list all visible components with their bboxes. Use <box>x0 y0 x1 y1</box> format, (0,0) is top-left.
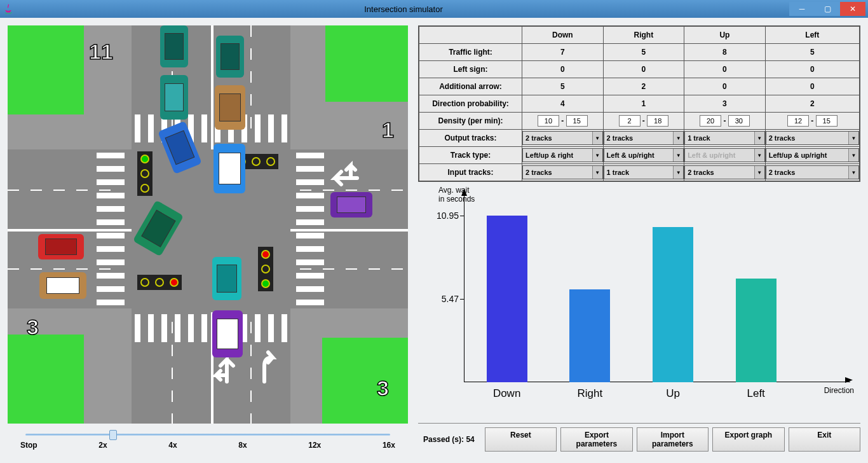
combo-box[interactable]: 1 track▼ <box>604 165 684 179</box>
column-header: Left <box>765 26 860 44</box>
export-graph-button[interactable]: Export graph <box>712 427 784 452</box>
corner-count-tl: 11 <box>89 39 113 64</box>
car <box>160 25 188 67</box>
row-label: Traffic light: <box>419 44 522 61</box>
speed-slider[interactable]: Stop2x4x8x12x16x <box>8 424 408 455</box>
traffic-light <box>258 247 273 291</box>
param-value: 2 <box>603 78 684 95</box>
combo-box[interactable]: Left/up & up/right▼ <box>766 148 859 162</box>
reset-button[interactable]: Reset <box>485 427 557 452</box>
minimize-button[interactable]: ─ <box>789 2 815 16</box>
y-tick-label: 5.47 <box>442 294 464 304</box>
chevron-down-icon: ▼ <box>673 149 683 162</box>
row-label: Direction probability: <box>419 95 522 113</box>
close-button[interactable]: ✕ <box>840 2 865 16</box>
param-value: 1 <box>603 95 684 113</box>
corner-count-tr: 1 <box>382 118 394 142</box>
row-label: Density (per min): <box>419 113 522 130</box>
export-parameters-button[interactable]: Export parameters <box>560 427 632 452</box>
chart-bar: Left <box>736 279 776 382</box>
car <box>215 85 245 130</box>
exit-button[interactable]: Exit <box>789 427 860 452</box>
combo-box[interactable]: 2 tracks▼ <box>604 131 684 145</box>
y-tick-label: 10.95 <box>437 211 464 221</box>
combo-box[interactable]: 2 tracks▼ <box>522 131 603 145</box>
density-min-input[interactable] <box>787 115 809 127</box>
bottom-bar: Passed (s): 54 ResetExport parametersImp… <box>418 423 860 455</box>
density-max-input[interactable] <box>728 115 750 127</box>
param-value: 0 <box>603 61 684 78</box>
chevron-down-icon: ▼ <box>848 149 858 162</box>
slider-tick-label: 12x <box>308 441 321 450</box>
density-max-input[interactable] <box>816 115 837 127</box>
density-min-input[interactable] <box>619 115 641 127</box>
car <box>38 234 84 259</box>
parameter-table: DownRightUpLeft Traffic light:7585Left s… <box>418 25 860 182</box>
bar-label: Up <box>653 387 693 400</box>
row-label: Input tracks: <box>419 164 522 182</box>
bar-label: Down <box>487 387 527 400</box>
passed-time: Passed (s): 54 <box>418 435 480 444</box>
param-value: 5 <box>603 44 684 61</box>
param-value: 5 <box>522 78 604 95</box>
car <box>214 144 245 193</box>
density-max-input[interactable] <box>566 115 588 127</box>
chart-bar: Up <box>653 227 693 382</box>
maximize-button[interactable]: ▢ <box>815 2 840 16</box>
slider-tick-label: 16x <box>383 441 395 450</box>
chevron-down-icon: ▼ <box>592 149 602 162</box>
lane-arrow-icon <box>257 350 282 390</box>
import-parameters-button[interactable]: Import parameters <box>637 427 709 452</box>
param-value: 0 <box>765 61 860 78</box>
param-value: 7 <box>522 44 604 61</box>
param-value: 5 <box>765 44 860 61</box>
combo-box[interactable]: Left/up & right▼ <box>522 148 603 162</box>
chevron-down-icon: ▼ <box>673 132 683 144</box>
chart-x-label: Direction <box>824 386 854 395</box>
bar-label: Left <box>736 387 776 400</box>
row-label: Left sign: <box>419 61 522 78</box>
chevron-down-icon: ▼ <box>754 132 764 144</box>
chevron-down-icon: ▼ <box>754 149 764 162</box>
slider-tick-label: Stop <box>20 441 37 450</box>
param-value: 0 <box>522 61 604 78</box>
java-icon <box>3 3 14 15</box>
row-label: Output tracks: <box>419 130 522 147</box>
column-header <box>419 26 522 44</box>
corner-count-bl: 3 <box>27 315 39 340</box>
slider-tick-label: 4x <box>168 441 177 450</box>
slider-thumb[interactable] <box>109 430 117 440</box>
traffic-light <box>137 275 182 290</box>
combo-box[interactable]: 2 tracks▼ <box>684 165 765 179</box>
column-header: Right <box>603 26 684 44</box>
wait-chart: Avg. waitin seconds Direction 5.4710.95D… <box>418 182 860 423</box>
param-value: 2 <box>765 95 860 113</box>
lane-arrow-icon <box>325 159 363 193</box>
combo-box[interactable]: 2 tracks▼ <box>522 165 603 179</box>
combo-box[interactable]: Left & up/right▼ <box>604 148 684 162</box>
traffic-light <box>137 151 153 196</box>
combo-box[interactable]: Left & up/right▼ <box>684 148 765 162</box>
combo-box[interactable]: 2 tracks▼ <box>766 165 859 179</box>
chevron-down-icon: ▼ <box>592 132 602 144</box>
combo-box[interactable]: 1 track▼ <box>684 131 765 145</box>
density-min-input[interactable] <box>538 115 559 127</box>
chevron-down-icon: ▼ <box>848 132 858 144</box>
corner-count-br: 3 <box>377 376 389 401</box>
combo-box[interactable]: 2 tracks▼ <box>766 131 859 145</box>
bar-label: Right <box>569 387 610 400</box>
param-value: 0 <box>684 78 766 95</box>
slider-tick-label: 8x <box>238 441 247 450</box>
chevron-down-icon: ▼ <box>592 166 602 179</box>
car <box>39 272 86 299</box>
car <box>216 36 244 78</box>
param-value: 8 <box>684 44 766 61</box>
density-min-input[interactable] <box>700 115 721 127</box>
car <box>160 75 188 120</box>
density-max-input[interactable] <box>647 115 668 127</box>
car <box>330 192 372 218</box>
param-value: 0 <box>684 61 766 78</box>
slider-tick-label: 2x <box>98 441 107 450</box>
row-label: Additional arrow: <box>419 78 522 95</box>
chart-bar: Down <box>487 216 527 382</box>
